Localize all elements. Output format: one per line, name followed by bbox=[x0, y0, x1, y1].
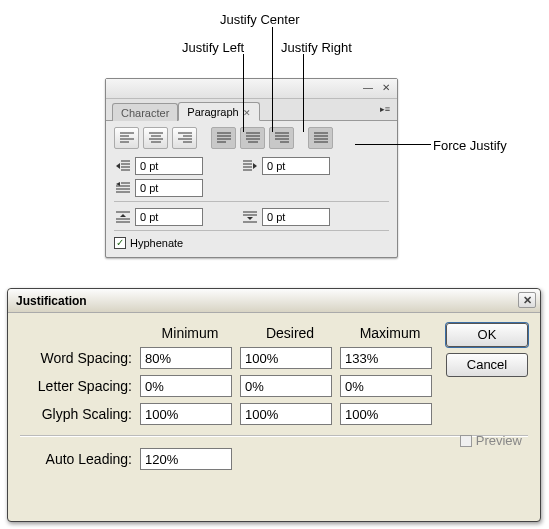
align-left-button[interactable] bbox=[114, 127, 139, 149]
dialog-titlebar[interactable]: Justification ✕ bbox=[8, 289, 540, 313]
hyphenate-checkbox[interactable]: ✓ bbox=[114, 237, 126, 249]
align-right-button[interactable] bbox=[172, 127, 197, 149]
tab-paragraph-label: Paragraph bbox=[187, 106, 238, 118]
auto-leading-label: Auto Leading: bbox=[20, 451, 140, 467]
glyph-desired-input[interactable] bbox=[240, 403, 332, 425]
panel-menu-button[interactable]: ▸≡ bbox=[377, 102, 393, 116]
col-max: Maximum bbox=[340, 325, 440, 341]
auto-leading-input[interactable] bbox=[140, 448, 232, 470]
dialog-close-button[interactable]: ✕ bbox=[518, 292, 536, 308]
indent-left-icon bbox=[114, 158, 132, 174]
letter-spacing-label: Letter Spacing: bbox=[20, 378, 140, 394]
letter-desired-input[interactable] bbox=[240, 375, 332, 397]
callout-line bbox=[355, 144, 431, 145]
word-desired-input[interactable] bbox=[240, 347, 332, 369]
justification-dialog: Justification ✕ OK Cancel Preview Minimu… bbox=[7, 288, 541, 522]
callout-justify-center: Justify Center bbox=[220, 12, 299, 27]
space-after-input[interactable] bbox=[262, 208, 330, 226]
col-desired: Desired bbox=[240, 325, 340, 341]
divider bbox=[114, 201, 389, 202]
auto-leading-row: Auto Leading: bbox=[20, 448, 528, 470]
minimize-icon[interactable]: — bbox=[361, 82, 375, 94]
callout-line bbox=[272, 27, 273, 132]
col-min: Minimum bbox=[140, 325, 240, 341]
first-line-indent-icon bbox=[114, 180, 132, 196]
ok-button[interactable]: OK bbox=[446, 323, 528, 347]
space-before-icon bbox=[114, 209, 132, 225]
preview-label: Preview bbox=[476, 433, 522, 448]
preview-row: Preview bbox=[460, 433, 522, 448]
indent-right-icon bbox=[241, 158, 259, 174]
callout-line bbox=[303, 54, 304, 132]
justify-left-button[interactable] bbox=[211, 127, 236, 149]
glyph-max-input[interactable] bbox=[340, 403, 432, 425]
indent-row-1 bbox=[114, 157, 389, 175]
space-after-icon bbox=[241, 209, 259, 225]
word-max-input[interactable] bbox=[340, 347, 432, 369]
callout-justify-right: Justify Right bbox=[281, 40, 352, 55]
space-row bbox=[114, 208, 389, 226]
divider bbox=[114, 230, 389, 231]
cancel-button[interactable]: Cancel bbox=[446, 353, 528, 377]
close-icon[interactable]: ✕ bbox=[379, 82, 393, 94]
hyphenate-row: ✓ Hyphenate bbox=[114, 237, 389, 249]
dialog-body: OK Cancel Preview Minimum Desired Maximu… bbox=[8, 313, 540, 488]
dialog-divider bbox=[20, 435, 528, 436]
tab-row: Character Paragraph✕ ▸≡ bbox=[106, 99, 397, 121]
glyph-scaling-label: Glyph Scaling: bbox=[20, 406, 140, 422]
glyph-min-input[interactable] bbox=[140, 403, 232, 425]
first-line-indent-input[interactable] bbox=[135, 179, 203, 197]
align-center-button[interactable] bbox=[143, 127, 168, 149]
dialog-buttons: OK Cancel bbox=[446, 323, 528, 377]
callout-force-justify: Force Justify bbox=[433, 138, 507, 153]
indent-right-input[interactable] bbox=[262, 157, 330, 175]
indent-left-input[interactable] bbox=[135, 157, 203, 175]
hyphenate-label: Hyphenate bbox=[130, 237, 183, 249]
panel-titlebar[interactable]: — ✕ bbox=[106, 79, 397, 99]
tab-character[interactable]: Character bbox=[112, 103, 178, 121]
callout-line bbox=[243, 54, 244, 132]
space-before-input[interactable] bbox=[135, 208, 203, 226]
letter-spacing-row: Letter Spacing: bbox=[20, 375, 528, 397]
word-spacing-label: Word Spacing: bbox=[20, 350, 140, 366]
tab-paragraph[interactable]: Paragraph✕ bbox=[178, 102, 259, 121]
letter-min-input[interactable] bbox=[140, 375, 232, 397]
dialog-title: Justification bbox=[16, 294, 87, 308]
word-min-input[interactable] bbox=[140, 347, 232, 369]
indent-row-2 bbox=[114, 179, 389, 197]
force-justify-button[interactable] bbox=[308, 127, 333, 149]
letter-max-input[interactable] bbox=[340, 375, 432, 397]
alignment-row bbox=[114, 127, 389, 149]
paragraph-panel: — ✕ Character Paragraph✕ ▸≡ bbox=[105, 78, 398, 258]
callout-justify-left: Justify Left bbox=[182, 40, 244, 55]
preview-checkbox[interactable] bbox=[460, 435, 472, 447]
panel-body: ✓ Hyphenate bbox=[106, 121, 397, 257]
glyph-scaling-row: Glyph Scaling: bbox=[20, 403, 528, 425]
